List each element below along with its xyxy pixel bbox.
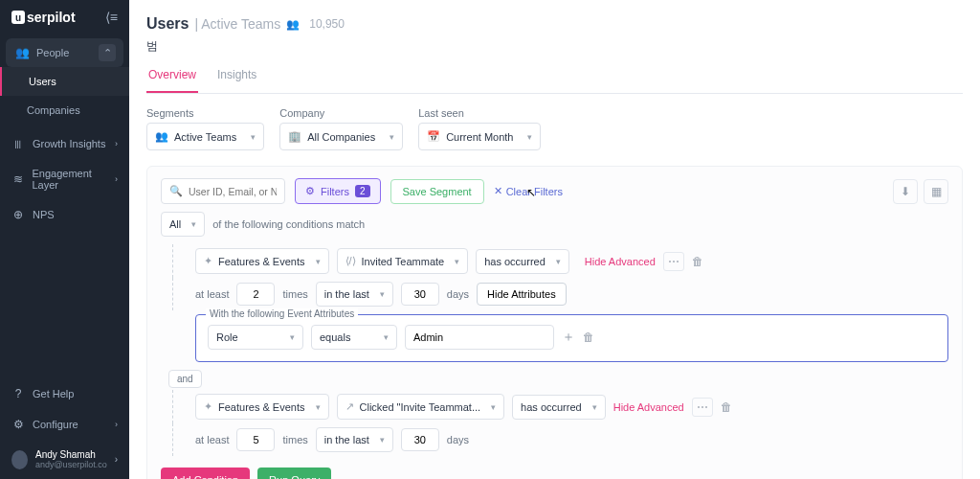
sidebar-item-label: People	[36, 47, 69, 58]
building-icon: 🏢	[288, 130, 301, 143]
match-text: of the following conditions match	[212, 218, 365, 230]
hide-advanced-link[interactable]: Hide Advanced	[585, 256, 656, 267]
days-input[interactable]	[401, 428, 439, 451]
chevron-up-icon: ⌃	[99, 44, 116, 61]
event-select[interactable]: ⟨/⟩Invited Teammate	[337, 248, 469, 274]
avatar	[11, 450, 28, 469]
gear-icon: ⚙	[11, 418, 25, 431]
at-least-label: at least	[195, 288, 229, 300]
sidebar-item-configure[interactable]: ⚙ Configure ›	[0, 409, 129, 440]
filter-label: Segments	[146, 107, 264, 119]
attr-op-select[interactable]: equals	[311, 325, 397, 350]
chevron-right-icon: ›	[115, 454, 118, 465]
sidebar-item-label: Configure	[33, 419, 78, 430]
times-label: times	[282, 434, 307, 445]
collapse-icon[interactable]: ⟨≡	[105, 10, 118, 25]
sidebar-user[interactable]: Andy Shamah andy@userpilot.co ›	[0, 440, 129, 479]
calendar-icon: 📅	[427, 130, 440, 143]
sidebar-item-label: Get Help	[33, 388, 74, 399]
globe-icon: ⊕	[11, 208, 25, 221]
search-field[interactable]	[189, 186, 277, 197]
attr-field-select[interactable]: Role	[208, 325, 303, 350]
spark-icon: ✦	[204, 400, 212, 413]
logo: userpilot	[11, 10, 76, 25]
event-attributes-box: With the following Event Attributes Role…	[195, 314, 948, 362]
at-least-label: at least	[195, 434, 229, 445]
filter-label: Last seen	[418, 107, 541, 119]
more-icon[interactable]: ⋯	[692, 398, 713, 417]
days-input[interactable]	[401, 283, 439, 306]
filter-label: Company	[279, 107, 403, 119]
match-selector[interactable]: All	[161, 212, 205, 237]
people-icon: 👥	[15, 46, 29, 59]
plus-icon[interactable]: ＋	[562, 329, 575, 346]
sliders-icon: ⚙	[305, 185, 315, 197]
period-select[interactable]: in the last	[316, 427, 393, 452]
user-name: Andy Shamah	[35, 449, 107, 460]
code-icon: ⟨/⟩	[345, 255, 356, 267]
search-input[interactable]: 🔍	[161, 178, 285, 204]
more-icon[interactable]: ⋯	[663, 252, 684, 271]
operator-select[interactable]: has occurred	[476, 249, 569, 274]
sidebar-item-label: NPS	[33, 209, 55, 220]
sidebar-item-label: Companies	[27, 104, 80, 116]
trash-icon[interactable]: 🗑	[583, 331, 594, 344]
add-condition-button[interactable]: Add Condition	[161, 468, 250, 479]
help-icon: ?	[11, 387, 25, 400]
count-input[interactable]	[236, 283, 275, 306]
run-query-button[interactable]: Run Query	[257, 468, 331, 479]
period-select[interactable]: in the last	[316, 282, 393, 307]
chevron-right-icon: ›	[115, 139, 118, 148]
layers-icon: ≋	[11, 172, 24, 186]
attr-value-input[interactable]	[405, 325, 554, 350]
chevron-right-icon: ›	[115, 420, 118, 429]
hide-advanced-link[interactable]: Hide Advanced	[613, 401, 684, 413]
sidebar-item-nps[interactable]: ⊕ NPS	[0, 199, 129, 230]
sidebar-item-label: Users	[29, 76, 56, 87]
save-segment-button[interactable]: Save Segment	[390, 179, 484, 204]
people-icon: 👥	[155, 130, 168, 143]
segments-select[interactable]: 👥Active Teams	[146, 123, 264, 150]
sidebar-item-help[interactable]: ? Get Help	[0, 378, 129, 409]
unit-label: days	[447, 288, 469, 300]
sidebar-item-label: Growth Insights	[33, 138, 105, 149]
and-connector: and	[168, 370, 202, 388]
hide-attributes-button[interactable]: Hide Attributes	[477, 283, 567, 306]
sidebar-item-growth[interactable]: ⫼ Growth Insights ›	[0, 128, 129, 159]
close-icon: ✕	[494, 185, 502, 197]
trash-icon[interactable]: 🗑	[721, 400, 732, 414]
download-icon[interactable]: ⬇	[893, 179, 918, 204]
cursor-icon: ↗	[345, 400, 354, 413]
spark-icon: ✦	[204, 255, 212, 267]
filter-panel: 🔍 ⚙ Filters 2 Save Segment ✕Clear Filter…	[146, 166, 963, 479]
condition-type-select[interactable]: ✦Features & Events	[195, 248, 329, 274]
trash-icon[interactable]: 🗑	[692, 255, 703, 268]
sidebar-item-label: Engagement Layer	[32, 168, 118, 191]
condition-type-select[interactable]: ✦Features & Events	[195, 394, 329, 420]
count-input[interactable]	[236, 428, 275, 451]
clear-filters-link[interactable]: ✕Clear Filters	[494, 185, 563, 197]
user-email: andy@userpilot.co	[35, 460, 107, 469]
sidebar-item-companies[interactable]: Companies	[0, 96, 129, 125]
lastseen-select[interactable]: 📅Current Month	[418, 123, 541, 150]
times-label: times	[282, 288, 307, 300]
sidebar: userpilot ⟨≡ 👥 People ⌃ Users Companies …	[0, 0, 129, 479]
tab-overview[interactable]: Overview	[146, 58, 198, 93]
main-content: Users | Active Teams 👥 10,950 범 Overview…	[129, 0, 980, 479]
filters-button[interactable]: ⚙ Filters 2	[295, 178, 381, 204]
columns-icon[interactable]: ▦	[924, 179, 948, 204]
tab-insights[interactable]: Insights	[215, 58, 258, 93]
filters-count-badge: 2	[355, 185, 370, 197]
operator-select[interactable]: has occurred	[512, 395, 606, 420]
people-icon: 👥	[286, 18, 300, 31]
tabs: Overview Insights	[146, 58, 963, 94]
unit-label: days	[447, 434, 469, 445]
sidebar-item-people[interactable]: 👥 People ⌃	[6, 38, 123, 67]
sidebar-item-engagement[interactable]: ≋ Engagement Layer ›	[0, 159, 129, 199]
search-icon: 🔍	[169, 185, 183, 197]
company-select[interactable]: 🏢All Companies	[279, 123, 403, 150]
chart-icon: ⫼	[11, 137, 25, 150]
sidebar-item-users[interactable]: Users	[0, 67, 129, 96]
event-select[interactable]: ↗Clicked "Invite Teammat...	[337, 394, 505, 420]
chevron-right-icon: ›	[115, 174, 118, 184]
